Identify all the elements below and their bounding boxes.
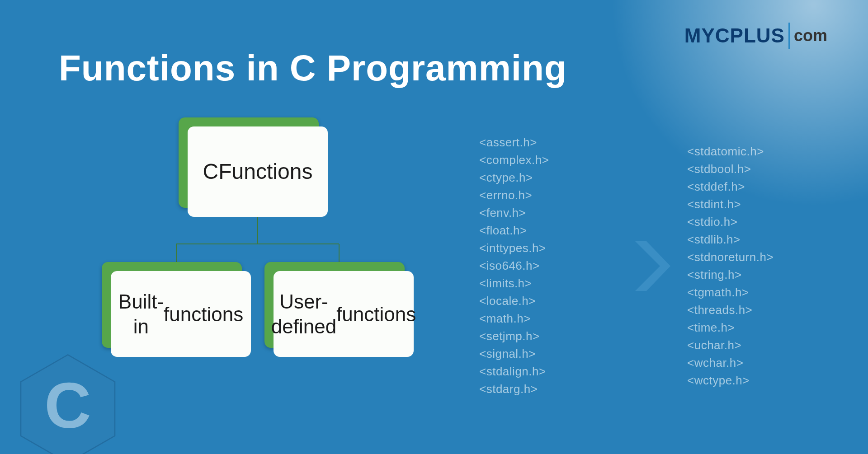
diagram-container: CFunctions Built-infunctions User-define… (102, 117, 418, 370)
node-userdefined-label: User-definedfunctions (274, 271, 414, 357)
header-file-item: <float.h> (479, 224, 615, 238)
page-title: Functions in C Programming (59, 47, 567, 89)
header-file-item: <wctype.h> (687, 374, 823, 388)
header-file-item: <complex.h> (479, 153, 615, 167)
header-file-item: <assert.h> (479, 136, 615, 150)
header-file-item: <fenv.h> (479, 206, 615, 220)
header-file-item: <string.h> (687, 268, 823, 282)
header-file-item: <locale.h> (479, 294, 615, 308)
logo-text-left: MYCPLUS (684, 24, 785, 47)
header-file-item: <stdbool.h> (687, 162, 823, 176)
header-file-item: <stdint.h> (687, 197, 823, 211)
header-file-item: <tgmath.h> (687, 286, 823, 300)
c-language-hexagon-icon: C (9, 350, 127, 454)
header-file-item: <stdarg.h> (479, 382, 615, 396)
header-file-item: <signal.h> (479, 347, 615, 361)
logo-text-right: com (794, 26, 827, 45)
header-file-item: <stdlib.h> (687, 233, 823, 247)
header-file-item: <inttypes.h> (479, 241, 615, 255)
header-file-item: <stdnoreturn.h> (687, 250, 823, 264)
arrow-right-icon (624, 237, 678, 295)
header-file-item: <ctype.h> (479, 171, 615, 185)
header-file-item: <stdio.h> (687, 215, 823, 229)
header-column-2: <stdatomic.h><stdbool.h><stddef.h><stdin… (687, 145, 823, 388)
header-file-item: <setjmp.h> (479, 329, 615, 343)
header-file-item: <iso646.h> (479, 259, 615, 273)
logo-divider (788, 23, 790, 49)
header-file-item: <threads.h> (687, 303, 823, 317)
c-hex-letter: C (44, 370, 91, 441)
site-logo: MYCPLUS com (684, 23, 827, 49)
header-file-item: <uchar.h> (687, 338, 823, 352)
node-root-label: CFunctions (188, 126, 328, 217)
header-file-item: <math.h> (479, 312, 615, 326)
header-file-item: <stdalign.h> (479, 365, 615, 379)
header-file-item: <time.h> (687, 321, 823, 335)
header-files-panel: <assert.h><complex.h><ctype.h><errno.h><… (479, 136, 841, 396)
header-file-item: <wchar.h> (687, 356, 823, 370)
header-file-item: <errno.h> (479, 188, 615, 202)
header-column-1: <assert.h><complex.h><ctype.h><errno.h><… (479, 136, 615, 396)
header-file-item: <limits.h> (479, 276, 615, 290)
node-builtin-label: Built-infunctions (111, 271, 251, 357)
header-file-item: <stddef.h> (687, 180, 823, 194)
header-file-item: <stdatomic.h> (687, 145, 823, 159)
